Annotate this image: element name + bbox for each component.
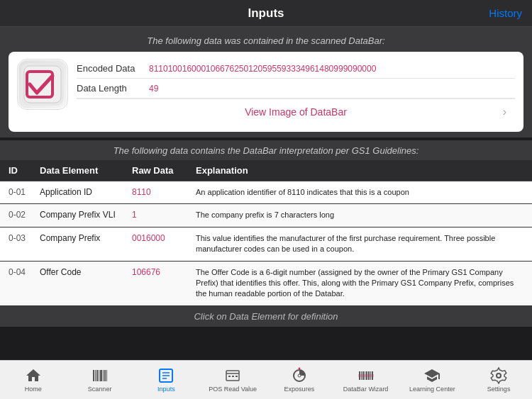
- row-explanation: The company prefix is 7 characters long: [190, 204, 532, 227]
- svg-rect-3: [93, 370, 94, 381]
- svg-rect-7: [100, 370, 102, 381]
- col-header-explanation: Explanation: [190, 160, 532, 181]
- app-logo-inner: [18, 60, 67, 108]
- tab-learning-label: Learning Center: [409, 386, 455, 393]
- click-footer: Click on Data Element for definition: [0, 306, 532, 327]
- row-data-element: Application ID: [34, 181, 126, 204]
- row-id: 0-03: [0, 227, 34, 261]
- col-header-data-element: Data Element: [34, 160, 126, 181]
- svg-rect-19: [235, 376, 238, 377]
- inputs-icon: [157, 367, 174, 384]
- data-table: ID Data Element Raw Data Explanation 0-0…: [0, 160, 532, 306]
- tab-pos-label: POS Read Value: [209, 386, 257, 393]
- table-header-row: ID Data Element Raw Data Explanation: [0, 160, 532, 181]
- chevron-right-icon: ›: [503, 106, 506, 118]
- col-header-raw-data: Raw Data: [126, 160, 190, 181]
- tab-wizard[interactable]: DataBar Wizard: [333, 364, 399, 395]
- scanned-section: The following data was contained in the …: [0, 27, 532, 137]
- row-raw-data: 0016000: [126, 227, 190, 261]
- row-explanation: An application identifier of 8110 indica…: [190, 181, 532, 204]
- col-header-id: ID: [0, 160, 34, 181]
- svg-point-33: [497, 373, 501, 378]
- tab-inputs[interactable]: Inputs: [133, 364, 200, 395]
- scanned-content-box: Encoded Data 811010016000106676250120595…: [9, 52, 523, 132]
- tab-pos[interactable]: POS Read Value: [199, 364, 266, 395]
- svg-rect-4: [95, 370, 96, 381]
- svg-rect-32: [358, 374, 374, 377]
- table-row[interactable]: 0-03Company Prefix0016000This value iden…: [0, 227, 532, 261]
- data-length-value: 49: [149, 84, 158, 94]
- exposures-icon: [291, 367, 308, 384]
- app-logo: [17, 59, 68, 110]
- table-row[interactable]: 0-01Application ID8110An application ide…: [0, 181, 532, 204]
- logo-svg: [21, 63, 64, 106]
- history-button[interactable]: History: [489, 7, 522, 19]
- view-image-label: View Image of DataBar: [245, 106, 347, 118]
- scanned-fields: Encoded Data 811010016000106676250120595…: [77, 59, 515, 125]
- row-explanation: The Offer Code is a 6-digit number (assi…: [190, 261, 532, 305]
- tab-inputs-label: Inputs: [157, 386, 175, 393]
- scanned-header-text: The following data was contained in the …: [9, 31, 523, 52]
- home-icon: [25, 367, 42, 384]
- scanner-icon: [92, 367, 109, 384]
- svg-rect-18: [232, 376, 234, 377]
- page-title: Inputs: [248, 6, 284, 21]
- tab-settings-label: Settings: [487, 386, 511, 393]
- row-raw-data: 8110: [126, 181, 190, 204]
- tab-wizard-label: DataBar Wizard: [343, 386, 389, 393]
- row-raw-data: 106676: [126, 261, 190, 305]
- settings-icon: [490, 367, 507, 384]
- tab-bar: Home Scanner Inputs: [0, 360, 532, 399]
- svg-point-23: [298, 368, 300, 370]
- svg-rect-6: [99, 370, 99, 381]
- row-explanation: This value identifies the manufacturer o…: [190, 227, 532, 261]
- table-row[interactable]: 0-02Company Prefix VLI1The company prefi…: [0, 204, 532, 227]
- table-body: 0-01Application ID8110An application ide…: [0, 181, 532, 306]
- wizard-icon: [358, 367, 375, 384]
- pos-icon: [224, 367, 241, 384]
- tab-scanner[interactable]: Scanner: [67, 364, 133, 395]
- gs1-header-text: The following data contains the DataBar …: [0, 140, 532, 160]
- data-length-row: Data Length 49: [77, 79, 515, 99]
- encoded-data-row: Encoded Data 811010016000106676250120595…: [77, 59, 515, 79]
- svg-rect-5: [96, 370, 98, 381]
- gs1-section: The following data contains the DataBar …: [0, 140, 532, 306]
- row-data-element: Offer Code: [34, 261, 126, 305]
- view-image-row[interactable]: View Image of DataBar ›: [77, 99, 515, 125]
- tab-home-label: Home: [25, 386, 42, 393]
- tab-learning[interactable]: Learning Center: [399, 364, 466, 395]
- row-data-element: Company Prefix: [34, 227, 126, 261]
- tab-scanner-label: Scanner: [88, 386, 112, 393]
- data-length-label: Data Length: [77, 83, 140, 94]
- svg-rect-8: [103, 370, 104, 381]
- table-row[interactable]: 0-04Offer Code106676The Offer Code is a …: [0, 261, 532, 305]
- tab-home[interactable]: Home: [0, 364, 67, 395]
- tab-exposures[interactable]: Exposures: [266, 364, 333, 395]
- svg-rect-10: [106, 370, 107, 381]
- encoded-data-label: Encoded Data: [77, 63, 140, 74]
- row-id: 0-04: [0, 261, 34, 305]
- tab-exposures-label: Exposures: [284, 386, 315, 393]
- svg-rect-9: [104, 370, 106, 381]
- row-data-element: Company Prefix VLI: [34, 204, 126, 227]
- svg-point-21: [298, 374, 301, 377]
- learning-icon: [423, 367, 440, 384]
- svg-rect-17: [228, 376, 231, 377]
- top-bar: Inputs History: [0, 0, 532, 27]
- tab-settings[interactable]: Settings: [465, 364, 532, 395]
- encoded-data-value: 8110100160001066762501205955933349614809…: [149, 64, 376, 74]
- row-id: 0-02: [0, 204, 34, 227]
- row-raw-data: 1: [126, 204, 190, 227]
- row-id: 0-01: [0, 181, 34, 204]
